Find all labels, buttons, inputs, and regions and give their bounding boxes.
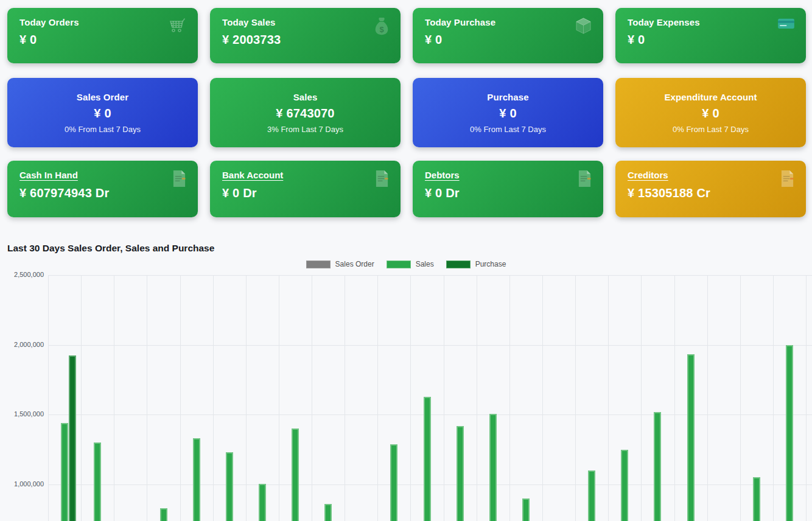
legend-item-sales-order[interactable]: Sales Order [306, 260, 374, 268]
purchase-card: Purchase ¥ 0 0% From Last 7 Days [413, 78, 603, 147]
chart-gridline-v [279, 275, 279, 521]
legend-swatch-sales [387, 260, 411, 268]
sales-order-subtext: 0% From Last 7 Days [65, 125, 141, 134]
y-axis-line [48, 275, 49, 521]
chart-gridline-v [477, 275, 477, 521]
today-purchase-card: Today Purchase ¥ 0 [413, 8, 603, 63]
today-sales-value: ¥ 2003733 [222, 33, 388, 47]
dashboard-cards: Today Orders ¥ 0 Today Sales ¥ 2003733 [0, 0, 812, 217]
chart-gridline-v [740, 275, 741, 521]
sales-title: Sales [293, 92, 318, 102]
bar-sales-col-1 [61, 423, 68, 521]
today-sales-card: Today Sales ¥ 2003733 $ [210, 8, 401, 63]
creditors-value: ¥ 15305188 Cr [628, 186, 794, 200]
purchase-title: Purchase [487, 92, 528, 102]
chart-gridline-v [608, 275, 609, 521]
purchase-value: ¥ 0 [499, 107, 516, 121]
chart-gridline-v [773, 275, 774, 521]
stat-card-row: Sales Order ¥ 0 0% From Last 7 Days Sale… [7, 78, 806, 147]
chart-gridline-v [575, 275, 576, 521]
sales-value: ¥ 6743070 [276, 107, 334, 121]
bar-sales-col-4 [160, 508, 167, 521]
cart-icon [169, 17, 187, 33]
today-purchase-title: Today Purchase [425, 17, 591, 27]
y-axis-tick-label: 1,000,000 [0, 480, 44, 488]
bar-sales-col-15 [522, 498, 530, 521]
bar-sales-col-17 [588, 470, 595, 521]
bar-sales-col-2 [94, 442, 101, 521]
expenditure-account-subtext: 0% From Last 7 Days [673, 125, 749, 134]
today-orders-title: Today Orders [19, 17, 186, 27]
memo-icon [172, 170, 187, 187]
memo-icon [577, 170, 592, 187]
debtors-link[interactable]: Debtors [425, 170, 460, 180]
sales-order-value: ¥ 0 [94, 107, 111, 121]
chart-title: Last 30 Days Sales Order, Sales and Purc… [7, 243, 214, 254]
legend-label-sales: Sales [416, 260, 434, 268]
bar-sales-col-20 [687, 354, 695, 521]
expenditure-account-title: Expenditure Account [664, 92, 757, 102]
chart-gridline-v [114, 275, 114, 521]
chart-gridline-v [410, 275, 411, 521]
today-purchase-value: ¥ 0 [425, 33, 591, 47]
account-card-row: Cash In Hand ¥ 607974943 Dr Bank Account… [7, 161, 806, 217]
chart-gridline-v [345, 275, 345, 521]
y-axis-tick-label: 2,500,000 [0, 271, 44, 278]
cash-in-hand-value: ¥ 607974943 Dr [19, 186, 186, 200]
chart-gridline-v [444, 275, 444, 521]
chart-gridline-h [48, 275, 812, 276]
chart-legend: Sales Order Sales Purchase [0, 260, 812, 268]
today-orders-value: ¥ 0 [19, 33, 186, 47]
sales-card: Sales ¥ 6743070 3% From Last 7 Days [210, 78, 401, 147]
debtors-card: Debtors ¥ 0 Dr [413, 161, 603, 217]
chart-gridline-h [48, 345, 812, 346]
expenditure-account-value: ¥ 0 [702, 107, 719, 121]
sales-chart-section: Last 30 Days Sales Order, Sales and Purc… [0, 237, 812, 521]
sales-order-title: Sales Order [77, 92, 128, 102]
legend-swatch-purchase [446, 260, 471, 268]
bar-sales-col-18 [621, 450, 628, 521]
debtors-value: ¥ 0 Dr [425, 186, 591, 200]
legend-label-sales-order: Sales Order [335, 260, 374, 268]
creditors-link[interactable]: Creditors [628, 170, 668, 180]
credit-card-icon [777, 17, 795, 30]
bar-sales-col-7 [259, 484, 266, 521]
svg-text:$: $ [379, 25, 384, 34]
chart-gridline-v [674, 275, 675, 521]
chart-gridline-v [377, 275, 378, 521]
bank-account-card: Bank Account ¥ 0 Dr [210, 161, 401, 217]
legend-label-purchase: Purchase [475, 260, 506, 268]
package-icon [575, 17, 592, 35]
bar-sales-col-6 [226, 452, 233, 521]
today-orders-card: Today Orders ¥ 0 [7, 8, 198, 63]
today-expenses-value: ¥ 0 [628, 33, 794, 47]
bank-account-value: ¥ 0 Dr [222, 186, 388, 200]
money-bag-icon: $ [374, 17, 390, 36]
bar-sales-col-5 [193, 438, 200, 521]
bar-sales-col-23 [786, 345, 793, 521]
sales-subtext: 3% From Last 7 Days [267, 125, 343, 134]
memo-icon [374, 170, 390, 187]
chart-gridline-v [312, 275, 312, 521]
today-expenses-card: Today Expenses ¥ 0 [615, 8, 806, 63]
bar-sales-col-12 [424, 397, 431, 521]
bar-sales-col-22 [753, 477, 760, 521]
cash-in-hand-link[interactable]: Cash In Hand [19, 170, 78, 180]
chart-gridline-v [81, 275, 82, 521]
bar-sales-col-9 [324, 504, 332, 521]
chart-gridline-v [180, 275, 181, 521]
chart-gridline-v [213, 275, 214, 521]
y-axis-tick-label: 2,000,000 [0, 341, 44, 348]
summary-card-row: Today Orders ¥ 0 Today Sales ¥ 2003733 [7, 8, 806, 63]
creditors-card: Creditors ¥ 15305188 Cr [615, 161, 806, 217]
legend-item-sales[interactable]: Sales [387, 260, 434, 268]
today-expenses-title: Today Expenses [628, 17, 794, 27]
legend-item-purchase[interactable]: Purchase [446, 260, 506, 268]
bank-account-link[interactable]: Bank Account [222, 170, 283, 180]
chart-gridline-v [806, 275, 807, 521]
chart-gridline-v [641, 275, 642, 521]
bar-chart-plot-area: 2,500,0002,000,0001,500,0001,000,000 [0, 275, 812, 521]
chart-gridline-v [147, 275, 147, 521]
bar-sales-col-11 [390, 444, 397, 521]
chart-gridline-v [246, 275, 247, 521]
